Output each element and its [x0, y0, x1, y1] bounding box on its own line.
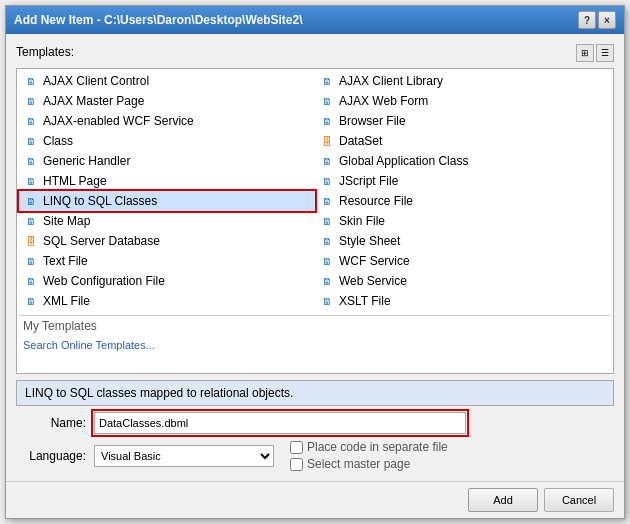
template-icon: 🗄 [319, 133, 335, 149]
dialog-content: Templates: ⊞ ☰ 🗎 AJAX Client Control [6, 34, 624, 481]
select-master-label: Select master page [307, 457, 410, 471]
template-label: Site Map [43, 214, 90, 228]
template-icon: 🗎 [319, 113, 335, 129]
template-ajax-wcf-service[interactable]: 🗎 AJAX-enabled WCF Service [19, 111, 315, 131]
place-code-checkbox[interactable] [290, 441, 303, 454]
template-label: AJAX Client Library [339, 74, 443, 88]
template-xslt-file[interactable]: 🗎 XSLT File [315, 291, 611, 311]
grid-view-icon[interactable]: ⊞ [576, 44, 594, 62]
template-icon: 🗎 [319, 93, 335, 109]
template-label: AJAX Master Page [43, 94, 144, 108]
my-templates-label: My Templates [23, 319, 97, 333]
name-row: Name: [16, 412, 614, 434]
template-class[interactable]: 🗎 Class [19, 131, 315, 151]
template-icon: 🗎 [23, 153, 39, 169]
template-icon: 🗄 [23, 233, 39, 249]
template-icon: 🗎 [23, 133, 39, 149]
close-button[interactable]: × [598, 11, 616, 29]
template-icon: 🗎 [319, 233, 335, 249]
description-bar: LINQ to SQL classes mapped to relational… [16, 380, 614, 406]
template-icon: 🗎 [23, 273, 39, 289]
template-label: WCF Service [339, 254, 410, 268]
template-generic-handler[interactable]: 🗎 Generic Handler [19, 151, 315, 171]
cancel-button[interactable]: Cancel [544, 488, 614, 512]
template-icon: 🗎 [23, 213, 39, 229]
dialog-title: Add New Item - C:\Users\Daron\Desktop\We… [14, 13, 303, 27]
template-web-config[interactable]: 🗎 Web Configuration File [19, 271, 315, 291]
view-icons: ⊞ ☰ [576, 44, 614, 62]
template-label: SQL Server Database [43, 234, 160, 248]
list-view-icon[interactable]: ☰ [596, 44, 614, 62]
title-bar-buttons: ? × [578, 11, 616, 29]
template-icon: 🗎 [23, 193, 39, 209]
template-label: Skin File [339, 214, 385, 228]
template-label: DataSet [339, 134, 382, 148]
templates-label: Templates: [16, 45, 74, 59]
select-master-row: Select master page [290, 457, 448, 471]
select-master-checkbox[interactable] [290, 458, 303, 471]
template-label: Global Application Class [339, 154, 468, 168]
template-linq-sql-classes[interactable]: 🗎 LINQ to SQL Classes [19, 191, 315, 211]
search-online-row: Search Online Templates... [19, 336, 611, 354]
template-list[interactable]: 🗎 AJAX Client Control 🗎 AJAX Master Page… [17, 69, 613, 373]
template-label: Generic Handler [43, 154, 130, 168]
template-resource-file[interactable]: 🗎 Resource File [315, 191, 611, 211]
my-templates-section: My Templates [19, 315, 611, 336]
template-text-file[interactable]: 🗎 Text File [19, 251, 315, 271]
template-label: LINQ to SQL Classes [43, 194, 157, 208]
template-sql-server-db[interactable]: 🗄 SQL Server Database [19, 231, 315, 251]
help-button[interactable]: ? [578, 11, 596, 29]
template-web-service[interactable]: 🗎 Web Service [315, 271, 611, 291]
template-label: AJAX Client Control [43, 74, 149, 88]
template-icon: 🗎 [319, 73, 335, 89]
template-ajax-client-control[interactable]: 🗎 AJAX Client Control [19, 71, 315, 91]
template-icon: 🗎 [23, 173, 39, 189]
templates-area: 🗎 AJAX Client Control 🗎 AJAX Master Page… [16, 68, 614, 374]
template-label: Class [43, 134, 73, 148]
templates-header: Templates: ⊞ ☰ [16, 44, 614, 62]
add-new-item-dialog: Add New Item - C:\Users\Daron\Desktop\We… [5, 5, 625, 519]
template-label: JScript File [339, 174, 398, 188]
description-text: LINQ to SQL classes mapped to relational… [25, 386, 293, 400]
template-icon: 🗎 [319, 273, 335, 289]
template-col-2: 🗎 AJAX Client Library 🗎 AJAX Web Form 🗎 … [315, 71, 611, 311]
template-ajax-client-library[interactable]: 🗎 AJAX Client Library [315, 71, 611, 91]
name-input[interactable] [94, 412, 466, 434]
template-skin-file[interactable]: 🗎 Skin File [315, 211, 611, 231]
place-code-row: Place code in separate file [290, 440, 448, 454]
template-ajax-master-page[interactable]: 🗎 AJAX Master Page [19, 91, 315, 111]
add-button[interactable]: Add [468, 488, 538, 512]
template-jscript-file[interactable]: 🗎 JScript File [315, 171, 611, 191]
template-label: Resource File [339, 194, 413, 208]
language-row: Language: Visual Basic C# J# Place code … [16, 440, 614, 471]
template-icon: 🗎 [23, 113, 39, 129]
template-label: AJAX-enabled WCF Service [43, 114, 194, 128]
template-col-1: 🗎 AJAX Client Control 🗎 AJAX Master Page… [19, 71, 315, 311]
template-icon: 🗎 [23, 93, 39, 109]
template-dataset[interactable]: 🗄 DataSet [315, 131, 611, 151]
template-site-map[interactable]: 🗎 Site Map [19, 211, 315, 231]
template-label: Text File [43, 254, 88, 268]
template-label: AJAX Web Form [339, 94, 428, 108]
template-html-page[interactable]: 🗎 HTML Page [19, 171, 315, 191]
search-online-link[interactable]: Search Online Templates... [23, 339, 155, 351]
template-global-app-class[interactable]: 🗎 Global Application Class [315, 151, 611, 171]
template-browser-file[interactable]: 🗎 Browser File [315, 111, 611, 131]
template-label: Style Sheet [339, 234, 400, 248]
template-icon: 🗎 [23, 73, 39, 89]
template-ajax-web-form[interactable]: 🗎 AJAX Web Form [315, 91, 611, 111]
template-icon: 🗎 [319, 213, 335, 229]
template-icon: 🗎 [319, 253, 335, 269]
template-label: Web Configuration File [43, 274, 165, 288]
template-xml-file[interactable]: 🗎 XML File [19, 291, 315, 311]
language-select[interactable]: Visual Basic C# J# [94, 445, 274, 467]
template-icon: 🗎 [319, 293, 335, 309]
template-icon: 🗎 [319, 193, 335, 209]
template-icon: 🗎 [319, 173, 335, 189]
button-bar: Add Cancel [6, 481, 624, 518]
name-label: Name: [16, 416, 86, 430]
template-style-sheet[interactable]: 🗎 Style Sheet [315, 231, 611, 251]
template-icon: 🗎 [23, 253, 39, 269]
title-bar: Add New Item - C:\Users\Daron\Desktop\We… [6, 6, 624, 34]
template-wcf-service[interactable]: 🗎 WCF Service [315, 251, 611, 271]
